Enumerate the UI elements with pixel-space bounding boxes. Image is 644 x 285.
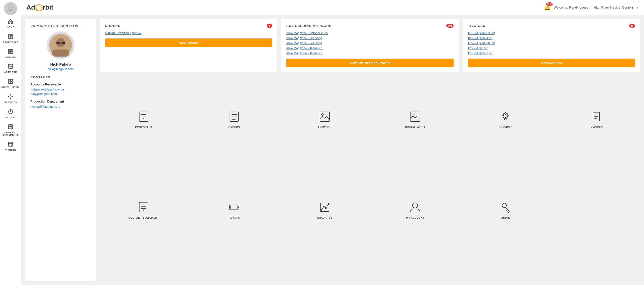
grid-item-digital-media[interactable]: DIGITAL MEDIA bbox=[372, 76, 459, 163]
logo-orbit-ring bbox=[35, 4, 43, 11]
artwork-icon bbox=[8, 64, 13, 70]
contact-type-prod: Production Department bbox=[30, 100, 91, 103]
artwork-card-badge: 206 bbox=[446, 24, 454, 28]
invoice-link-0[interactable]: 1510-M ($16363.00) bbox=[468, 31, 635, 35]
sidebar-proposals-label: PROPOSALS bbox=[3, 41, 18, 44]
sidebar-item-tickets[interactable]: TICKETS bbox=[0, 139, 21, 154]
artwork-link-1[interactable]: Alive Magazine - Year long bbox=[286, 36, 454, 40]
sidebar-item-orders[interactable]: ORDERS bbox=[0, 46, 21, 61]
sidebar-item-invoices[interactable]: INVOICES bbox=[0, 106, 21, 121]
invoice-link-2[interactable]: 1167-M ($10300.00) bbox=[468, 41, 635, 45]
svg-rect-1 bbox=[9, 21, 13, 23]
svg-rect-29 bbox=[320, 112, 330, 121]
proposals-icon bbox=[8, 34, 13, 40]
topbar-right: 🔔 253 Welcome, Randy Loeser (Indian Rive… bbox=[544, 4, 639, 11]
invoices-card: INVOICES 53 1510-M ($16363.00) 1090-M ($… bbox=[463, 19, 640, 72]
view-invoices-button[interactable]: View Invoices bbox=[468, 59, 635, 67]
grid-item-artwork[interactable]: ARTWORK bbox=[281, 76, 369, 163]
artwork-link-0[interactable]: Alive Magazine - October 2015 bbox=[286, 31, 454, 35]
sidebar-item-home[interactable]: HOME bbox=[0, 16, 21, 31]
sidebar-item-proposals[interactable]: PROPOSALS bbox=[0, 31, 21, 46]
artwork-card-title: ADS NEEDING ARTWORK bbox=[286, 24, 332, 28]
invoices-icon bbox=[8, 109, 13, 115]
grid-label-company-statement: COMPANY STATEMENT bbox=[128, 216, 159, 219]
grid-label-artwork: ARTWORK bbox=[318, 126, 332, 129]
artwork-link-3[interactable]: Alive Magazine - January 1 bbox=[286, 46, 454, 50]
logo: Ad rbit bbox=[26, 4, 53, 11]
right-panel: ORDERS 1 #70848 - Awaiting Approval View… bbox=[100, 19, 640, 281]
logo-orbit-dot bbox=[35, 9, 37, 11]
svg-rect-58 bbox=[506, 209, 509, 213]
grid-label-tickets: TICKETS bbox=[228, 216, 240, 219]
invoice-link-4[interactable]: 1275-M ($3503.50) bbox=[468, 52, 635, 55]
content: PRIMARY REPRESENTATIVE Nick Pataro nick@… bbox=[21, 15, 644, 285]
invoices-card-header: INVOICES 53 bbox=[468, 24, 635, 28]
grid-item-analytics[interactable]: ANALYTICS bbox=[281, 166, 369, 254]
orders-card-links: #70848 - Awaiting Approval bbox=[105, 31, 272, 35]
svg-point-30 bbox=[321, 113, 324, 116]
rep-email[interactable]: nick@maghub.com bbox=[30, 67, 91, 71]
grid-item-proposals[interactable]: PROPOSALS bbox=[100, 76, 187, 163]
sidebar-artwork-label: ARTWORK bbox=[4, 71, 17, 74]
svg-rect-12 bbox=[9, 142, 13, 147]
artwork-link-2[interactable]: Alive Magazine - Year long bbox=[286, 41, 454, 45]
sidebar-orders-label: ORDERS bbox=[5, 56, 16, 59]
grid-item-admin[interactable]: ADMIN bbox=[462, 166, 549, 254]
notification-bell[interactable]: 🔔 253 bbox=[544, 4, 551, 11]
invoice-link-1[interactable]: 1090-M ($3664.25) bbox=[468, 36, 635, 40]
contact-type-ar: Accounts Receivable bbox=[30, 83, 91, 86]
orders-link-0[interactable]: #70848 - Awaiting Approval bbox=[105, 31, 272, 35]
contact-email-ar: rudypataro@aysling.com, rudy@maghub.com bbox=[30, 87, 91, 96]
contacts-title: CONTACTS bbox=[30, 75, 91, 79]
svg-point-53 bbox=[323, 206, 324, 207]
artwork-card: ADS NEEDING ARTWORK 206 Alive Magazine -… bbox=[281, 19, 459, 72]
view-artwork-button[interactable]: View Ads Needing Artwork bbox=[286, 59, 454, 67]
topbar: Ad rbit 🔔 253 Welcome, Randy Loeser (Ind… bbox=[21, 0, 644, 15]
sidebar-item-company-statements[interactable]: COMPANY STATEMENTS bbox=[0, 121, 21, 139]
dropdown-arrow-icon[interactable]: ▼ bbox=[636, 6, 639, 9]
grid-label-analytics: ANALYTICS bbox=[317, 216, 332, 219]
grid-item-my-account[interactable]: MY ACCOUNT bbox=[372, 166, 459, 254]
svg-rect-17 bbox=[61, 42, 65, 44]
grid-item-invoices[interactable]: $ INVOICES bbox=[552, 76, 640, 163]
rep-name: Nick Pataro bbox=[30, 62, 91, 66]
svg-point-52 bbox=[321, 209, 322, 210]
invoices-card-title: INVOICES bbox=[468, 24, 485, 28]
sidebar-invoices-label: INVOICES bbox=[5, 116, 16, 119]
contact-email-ar-link1[interactable]: rudypataro@aysling.com, bbox=[30, 88, 65, 91]
svg-rect-19 bbox=[139, 112, 148, 121]
svg-point-54 bbox=[325, 207, 326, 209]
invoice-link-3[interactable]: 1256-M ($2.30) bbox=[468, 46, 635, 50]
view-orders-button[interactable]: View Orders bbox=[105, 38, 272, 47]
grid-label-proposals: PROPOSALS bbox=[135, 126, 152, 129]
grid-item-tickets[interactable]: TICKETS bbox=[190, 166, 278, 254]
tickets-icon bbox=[8, 141, 13, 148]
svg-point-7 bbox=[9, 80, 10, 81]
svg-point-9 bbox=[10, 96, 11, 97]
rep-avatar bbox=[47, 31, 74, 59]
sidebar-item-digital-media[interactable]: DIGITAL MEDIA bbox=[0, 76, 21, 91]
svg-rect-15 bbox=[52, 50, 69, 57]
primary-rep-title: PRIMARY REPRESENTATIVE bbox=[30, 24, 91, 28]
grid-label-my-account: MY ACCOUNT bbox=[406, 216, 424, 219]
company-statements-icon bbox=[8, 124, 13, 130]
sidebar-tickets-label: TICKETS bbox=[5, 149, 16, 152]
sidebar-user-avatar bbox=[4, 2, 17, 15]
artwork-link-4[interactable]: Alive Magazine - January 1 bbox=[286, 52, 454, 55]
sidebar-item-artwork[interactable]: ARTWORK bbox=[0, 61, 21, 76]
svg-text:$: $ bbox=[143, 209, 144, 211]
svg-rect-24 bbox=[230, 112, 238, 121]
grid-item-orders[interactable]: ORDERS bbox=[190, 76, 278, 163]
grid-item-company-statement[interactable]: $ COMPANY STATEMENT bbox=[100, 166, 187, 254]
artwork-card-header: ADS NEEDING ARTWORK 206 bbox=[286, 24, 454, 28]
services-icon bbox=[8, 94, 13, 100]
contact-email-ar-link2[interactable]: rudy@maghub.com bbox=[30, 92, 57, 96]
contact-email-prod-link[interactable]: noemail@aysling.com bbox=[30, 105, 60, 108]
grid-label-digital-media: DIGITAL MEDIA bbox=[405, 126, 425, 129]
invoices-card-badge: 53 bbox=[629, 24, 635, 28]
orders-icon bbox=[8, 49, 13, 55]
sidebar-item-services[interactable]: SERVICES bbox=[0, 91, 21, 106]
home-icon bbox=[8, 19, 13, 25]
grid-item-services[interactable]: SERVICES bbox=[462, 76, 549, 163]
sidebar-services-label: SERVICES bbox=[4, 101, 17, 104]
